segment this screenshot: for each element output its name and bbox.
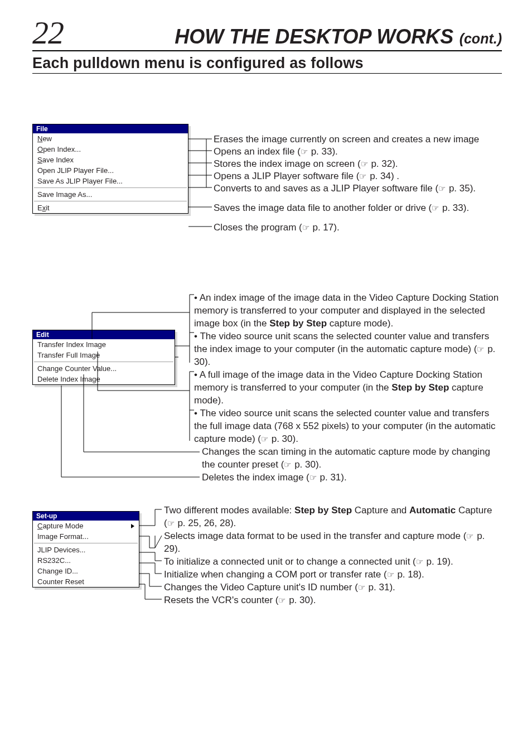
menu-item-counter-reset[interactable]: Counter Reset: [33, 576, 139, 587]
menu-separator: [34, 362, 173, 362]
desc-transfer-index-bullet2: • The video source unit scans the select…: [194, 330, 503, 368]
desc-capture-mode: Two different modes available: Step by S…: [164, 504, 502, 530]
setup-menu: Set-up Capture Mode Image Format... JLIP…: [32, 511, 139, 588]
menu-separator: [34, 187, 187, 188]
subtitle: Each pulldown menu is configured as foll…: [32, 55, 502, 74]
menu-title-file: File: [33, 124, 188, 133]
file-menu: File New Open Index... Save Index Open J…: [32, 124, 188, 214]
desc-jlip-devices: To initialize a connected unit or to cha…: [164, 556, 502, 569]
desc-new: Erases the image currently on screen and…: [214, 133, 479, 146]
page-number: 22: [32, 17, 64, 49]
menu-item-transfer-full[interactable]: Transfer Full Image: [33, 350, 175, 360]
desc-open-index: Opens an index file ( p. 33).: [214, 146, 338, 158]
menu-item-exit[interactable]: Exit: [33, 203, 188, 213]
menu-item-open-jlip[interactable]: Open JLIP Player File...: [33, 165, 188, 176]
desc-transfer-full-bullet2: • The video source unit scans the select…: [194, 407, 503, 445]
desc-transfer-full-bullet1: • A full image of the image data in the …: [194, 369, 503, 407]
menu-item-change-counter[interactable]: Change Counter Value...: [33, 363, 175, 374]
menu-item-transfer-index[interactable]: Transfer Index Image: [33, 339, 175, 350]
menu-item-capture-mode[interactable]: Capture Mode: [33, 521, 139, 531]
menu-separator: [34, 543, 138, 543]
menu-item-jlip-devices[interactable]: JLIP Devices...: [33, 545, 139, 555]
desc-change-counter: Changes the scan timing in the automatic…: [202, 446, 503, 471]
menu-item-delete-index[interactable]: Delete Index Image: [33, 374, 175, 384]
desc-image-format: Selects image data format to be used in …: [164, 530, 502, 556]
menu-title-setup: Set-up: [33, 512, 139, 521]
menu-item-rs232c[interactable]: RS232C...: [33, 555, 139, 566]
desc-change-id: Changes the Video Capture unit's ID numb…: [164, 581, 502, 594]
desc-save-image-as: Saves the image data file to another fol…: [214, 202, 469, 215]
menu-item-save-jlip[interactable]: Save As JLIP Player File...: [33, 176, 188, 186]
page-title-cont: (cont.): [460, 31, 502, 46]
menu-item-new[interactable]: New: [33, 133, 188, 144]
desc-delete-index: Deletes the index image ( p. 31).: [202, 471, 503, 484]
menu-item-change-id[interactable]: Change ID...: [33, 566, 139, 576]
desc-save-index: Stores the index image on screen ( p. 32…: [214, 158, 398, 171]
page-title: HOW THE DESKTOP WORKS: [175, 25, 453, 48]
menu-item-open-index[interactable]: Open Index...: [33, 144, 188, 155]
menu-separator: [34, 201, 187, 201]
menu-title-edit: Edit: [33, 330, 175, 339]
desc-exit: Closes the program ( p. 17).: [214, 221, 340, 234]
desc-save-jlip: Converts to and saves as a JLIP Player s…: [214, 182, 476, 195]
menu-item-image-format[interactable]: Image Format...: [33, 531, 139, 542]
desc-rs232c: Initialize when changing a COM port or t…: [164, 569, 502, 581]
desc-open-jlip: Opens a JLIP Player software file ( p. 3…: [214, 170, 399, 183]
menu-item-save-image-as[interactable]: Save Image As...: [33, 189, 188, 200]
desc-transfer-index-bullet1: • An index image of the image data in th…: [194, 292, 503, 330]
menu-item-save-index[interactable]: Save Index: [33, 155, 188, 165]
edit-menu: Edit Transfer Index Image Transfer Full …: [32, 330, 175, 385]
desc-counter-reset: Resets the VCR's counter ( p. 30).: [164, 594, 502, 607]
